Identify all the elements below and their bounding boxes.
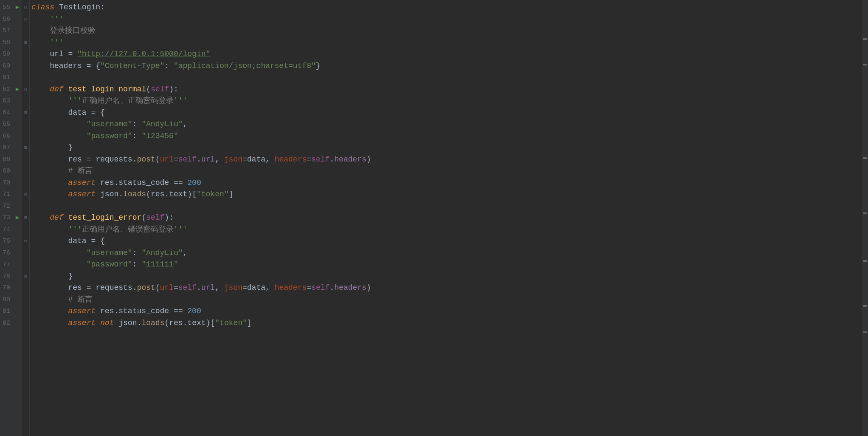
run-gutter-icon — [13, 95, 22, 107]
line-number[interactable]: 69 — [0, 165, 13, 177]
code-line[interactable]: '''正确用户名、正确密码登录''' — [31, 95, 868, 107]
fold-toggle-icon[interactable]: ⊞ — [22, 271, 29, 283]
code-line[interactable]: "username": "AndyLiu", — [31, 247, 868, 259]
fold-toggle-icon — [22, 201, 29, 212]
fold-toggle-icon[interactable]: ⊟ — [22, 212, 29, 224]
code-line[interactable]: assert res.status_code == 200 — [31, 177, 868, 189]
code-line[interactable]: class TestLogin: — [31, 2, 868, 14]
code-line[interactable]: res = requests.post(url=self.url, json=d… — [31, 282, 868, 294]
code-line[interactable]: "password": "123456" — [31, 130, 868, 142]
fold-toggle-icon[interactable]: ⊞ — [22, 37, 29, 49]
line-number[interactable]: 74 — [0, 224, 13, 236]
line-number[interactable]: 67 — [0, 142, 13, 154]
fold-toggle-icon[interactable]: ⊞ — [22, 142, 29, 154]
fold-gutter[interactable]: ⊟⊟⊞⊟⊟⊞⊞⊟⊟⊞ — [22, 0, 30, 436]
line-number[interactable]: 72 — [0, 201, 13, 212]
code-line[interactable]: # 断言 — [31, 294, 868, 306]
fold-toggle-icon — [22, 177, 29, 189]
fold-toggle-icon — [22, 60, 29, 72]
code-line[interactable]: ''' — [31, 37, 868, 49]
line-number[interactable]: 66 — [0, 130, 13, 142]
fold-toggle-icon — [22, 247, 29, 259]
fold-toggle-icon — [22, 165, 29, 177]
run-gutter-icon — [13, 247, 22, 259]
line-number[interactable]: 59 — [0, 48, 13, 60]
line-number[interactable]: 77 — [0, 259, 13, 271]
fold-toggle-icon[interactable]: ⊟ — [22, 14, 29, 25]
line-number[interactable]: 82 — [0, 317, 13, 329]
run-gutter-icon — [13, 282, 22, 294]
line-number-gutter[interactable]: 5556575859606162636465666768697071727374… — [0, 0, 13, 436]
line-number[interactable]: 63 — [0, 95, 13, 107]
code-line[interactable]: # 断言 — [31, 165, 868, 177]
line-number[interactable]: 58 — [0, 37, 13, 49]
run-gutter-icon — [13, 224, 22, 236]
code-line[interactable]: data = { — [31, 107, 868, 119]
line-number[interactable]: 79 — [0, 282, 13, 294]
fold-toggle-icon[interactable]: ⊟ — [22, 2, 29, 14]
code-line[interactable]: ''' — [31, 14, 868, 25]
line-number[interactable]: 76 — [0, 247, 13, 259]
line-number[interactable]: 64 — [0, 107, 13, 119]
code-line[interactable]: url = "http://127.0.0.1:5000/login" — [31, 48, 868, 60]
code-line[interactable]: assert json.loads(res.text)["token"] — [31, 189, 868, 201]
run-gutter-icon — [13, 37, 22, 49]
line-number[interactable]: 75 — [0, 235, 13, 247]
run-gutter-icon — [13, 48, 22, 60]
code-line[interactable]: res = requests.post(url=self.url, json=d… — [31, 154, 868, 166]
warning-marker[interactable] — [863, 64, 867, 65]
fold-toggle-icon — [22, 259, 29, 271]
run-gutter-icon — [13, 235, 22, 247]
run-gutter-icon[interactable]: ▶ — [13, 212, 22, 224]
warning-marker[interactable] — [863, 260, 867, 262]
run-gutter-icon[interactable]: ▶ — [13, 2, 22, 14]
code-line[interactable]: "username": "AndyLiu", — [31, 119, 868, 130]
line-number[interactable]: 80 — [0, 294, 13, 306]
code-line[interactable]: assert res.status_code == 200 — [31, 306, 868, 317]
code-line[interactable] — [31, 72, 868, 84]
line-number[interactable]: 65 — [0, 119, 13, 130]
code-line[interactable]: data = { — [31, 235, 868, 247]
code-line[interactable]: } — [31, 271, 868, 283]
code-line[interactable]: '''正确用户名、错误密码登录''' — [31, 224, 868, 236]
line-number[interactable]: 73 — [0, 212, 13, 224]
code-content[interactable]: class TestLogin: ''' 登录接口校验 ''' url = "h… — [30, 0, 868, 436]
run-gutter-icon — [13, 72, 22, 84]
code-line[interactable]: "password": "111111" — [31, 259, 868, 271]
line-number[interactable]: 78 — [0, 271, 13, 283]
warning-marker[interactable] — [863, 305, 867, 307]
warning-marker[interactable] — [863, 331, 867, 333]
code-editor[interactable]: 5556575859606162636465666768697071727374… — [0, 0, 868, 436]
fold-toggle-icon — [22, 317, 29, 329]
line-number[interactable]: 60 — [0, 60, 13, 72]
line-number[interactable]: 70 — [0, 177, 13, 189]
line-number[interactable]: 71 — [0, 189, 13, 201]
warning-marker[interactable] — [863, 38, 867, 40]
code-line[interactable]: 登录接口校验 — [31, 25, 868, 37]
code-line[interactable]: headers = {"Content-Type": "application/… — [31, 60, 868, 72]
line-number[interactable]: 81 — [0, 306, 13, 317]
line-number[interactable]: 68 — [0, 154, 13, 166]
fold-toggle-icon[interactable]: ⊟ — [22, 235, 29, 247]
fold-toggle-icon[interactable]: ⊟ — [22, 107, 29, 119]
warning-marker[interactable] — [863, 212, 867, 214]
error-stripe[interactable] — [862, 0, 868, 436]
warning-marker[interactable] — [863, 157, 867, 159]
fold-toggle-icon — [22, 119, 29, 130]
fold-toggle-icon — [22, 48, 29, 60]
line-number[interactable]: 55 — [0, 2, 13, 14]
fold-toggle-icon — [22, 130, 29, 142]
run-gutter-icon[interactable]: ▶ — [13, 84, 22, 96]
code-line[interactable]: assert not json.loads(res.text)["token"] — [31, 317, 868, 329]
fold-toggle-icon[interactable]: ⊞ — [22, 189, 29, 201]
line-number[interactable]: 62 — [0, 84, 13, 96]
fold-toggle-icon[interactable]: ⊟ — [22, 84, 29, 96]
code-line[interactable]: def test_login_normal(self): — [31, 84, 868, 96]
line-number[interactable]: 56 — [0, 14, 13, 25]
code-line[interactable]: } — [31, 142, 868, 154]
run-markers-gutter[interactable]: ▶▶▶ — [13, 0, 22, 436]
code-line[interactable]: def test_login_error(self): — [31, 212, 868, 224]
line-number[interactable]: 57 — [0, 25, 13, 37]
code-line[interactable] — [31, 201, 868, 212]
line-number[interactable]: 61 — [0, 72, 13, 84]
